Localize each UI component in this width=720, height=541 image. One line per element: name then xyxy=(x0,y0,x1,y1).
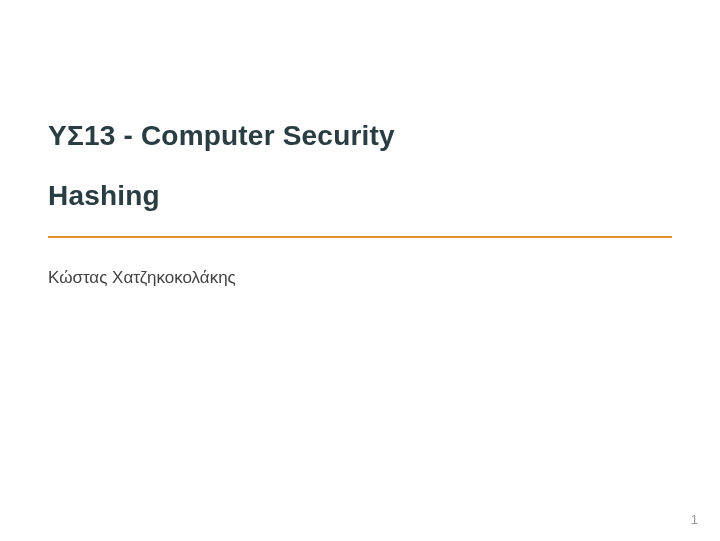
topic-title: Hashing xyxy=(48,180,672,212)
page-number: 1 xyxy=(691,512,698,527)
slide-container: ΥΣ13 - Computer Security Hashing Κώστας … xyxy=(0,0,720,541)
course-title: ΥΣ13 - Computer Security xyxy=(48,120,672,152)
author-name: Κώστας Χατζηκοκολάκης xyxy=(48,268,672,288)
divider-line xyxy=(48,236,672,238)
